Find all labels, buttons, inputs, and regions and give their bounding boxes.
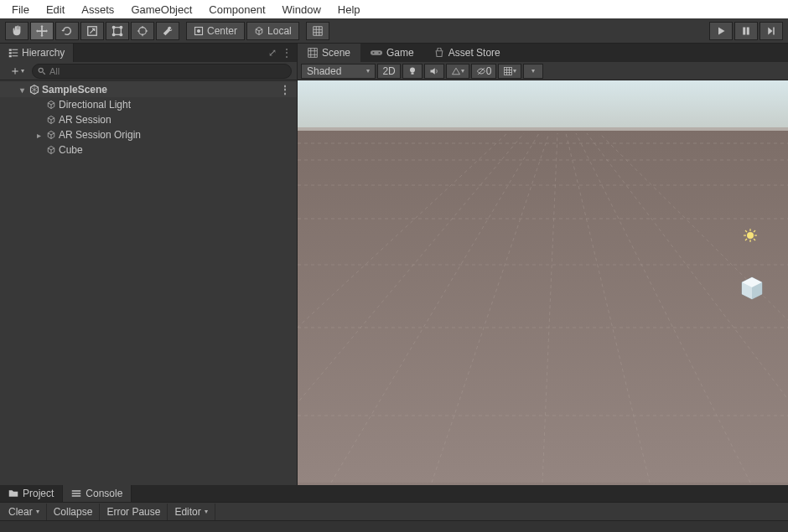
- project-tab[interactable]: Project: [0, 485, 63, 502]
- tree-item-directional-light[interactable]: Directional Light: [0, 97, 297, 112]
- tree-item-label: AR Session: [59, 114, 111, 126]
- svg-rect-17: [371, 50, 382, 55]
- console-toolbar: Clear▾ Collapse Error Pause Editor▾: [0, 502, 788, 520]
- tree-item-label: Cube: [59, 144, 83, 156]
- game-icon: [371, 49, 382, 57]
- svg-point-5: [120, 34, 122, 36]
- scene-node[interactable]: ▾ SampleScene ⋮: [0, 82, 297, 97]
- svg-rect-56: [72, 493, 81, 494]
- menu-assets[interactable]: Assets: [73, 1, 122, 18]
- menubar: File Edit Assets GameObject Component Wi…: [0, 0, 788, 18]
- center-icon: [194, 26, 204, 36]
- pause-icon: [741, 26, 751, 36]
- menu-gameobject[interactable]: GameObject: [122, 1, 200, 18]
- gameobject-icon: [45, 99, 57, 111]
- step-button[interactable]: [759, 22, 783, 40]
- hidden-objects-button[interactable]: 0: [471, 64, 497, 79]
- step-icon: [766, 26, 776, 36]
- project-tab-label: Project: [23, 488, 54, 499]
- viewport-canvas: [298, 80, 788, 483]
- statusbar: [0, 520, 788, 532]
- hierarchy-search[interactable]: [32, 64, 292, 79]
- svg-rect-55: [72, 490, 81, 492]
- toolbar: Center Local: [0, 18, 788, 44]
- hierarchy-tab-label: Hierarchy: [22, 47, 65, 59]
- asset-store-tab[interactable]: Asset Store: [424, 44, 511, 62]
- scene-viewport[interactable]: [298, 80, 788, 485]
- gameobject-icon: [45, 129, 57, 141]
- move-icon: [36, 25, 48, 37]
- camera-settings-button[interactable]: ▾: [523, 64, 543, 79]
- hierarchy-tab[interactable]: Hierarchy: [0, 44, 74, 62]
- svg-rect-57: [72, 495, 81, 497]
- rotate-tool-button[interactable]: [55, 22, 79, 40]
- rect-tool-button[interactable]: [106, 22, 129, 40]
- lighting-toggle[interactable]: [402, 64, 423, 79]
- tools-icon: [162, 25, 174, 37]
- hand-tool-button[interactable]: [5, 22, 29, 40]
- scale-tool-button[interactable]: [80, 22, 104, 40]
- play-button[interactable]: [709, 22, 733, 40]
- menu-edit[interactable]: Edit: [38, 1, 73, 18]
- gameobject-icon: [45, 144, 57, 156]
- pivot-local-label: Local: [267, 25, 292, 37]
- add-gameobject-button[interactable]: ＋▾: [5, 64, 29, 79]
- svg-point-15: [39, 68, 43, 72]
- error-pause-button[interactable]: Error Pause: [100, 504, 168, 520]
- hierarchy-panel: Hierarchy ⤢ ⋮ ＋▾ ▾ SampleScene: [0, 44, 298, 485]
- editor-dropdown[interactable]: Editor▾: [168, 504, 215, 520]
- svg-rect-21: [411, 72, 413, 74]
- move-tool-button[interactable]: [30, 22, 54, 40]
- snap-button[interactable]: [306, 22, 329, 40]
- pivot-center-button[interactable]: Center: [186, 22, 245, 40]
- svg-point-20: [410, 67, 415, 72]
- transform-tool-button[interactable]: [131, 22, 154, 40]
- tree-item-ar-session-origin[interactable]: ▸ AR Session Origin: [0, 127, 297, 142]
- custom-tool-button[interactable]: [156, 22, 179, 40]
- collapse-button[interactable]: Collapse: [47, 504, 101, 520]
- grid-snap-icon: [312, 25, 324, 37]
- menu-file[interactable]: File: [3, 1, 38, 18]
- svg-rect-25: [298, 131, 788, 483]
- foldout-icon[interactable]: ▸: [34, 131, 44, 140]
- game-tab-label: Game: [386, 47, 414, 59]
- scene-label: SampleScene: [42, 84, 107, 96]
- hierarchy-icon: [8, 48, 18, 58]
- scene-menu-icon[interactable]: ⋮: [280, 84, 297, 96]
- error-pause-label: Error Pause: [106, 506, 160, 518]
- tree-item-label: AR Session Origin: [59, 129, 141, 141]
- svg-rect-23: [298, 80, 788, 131]
- clear-label: Clear: [8, 506, 33, 518]
- audio-icon: [429, 66, 439, 76]
- foldout-icon[interactable]: ▾: [17, 85, 27, 95]
- pause-button[interactable]: [734, 22, 758, 40]
- mode-2d-button[interactable]: 2D: [377, 64, 400, 79]
- panel-menu-icon[interactable]: ⋮: [282, 47, 292, 59]
- svg-point-6: [139, 27, 147, 34]
- pivot-local-button[interactable]: Local: [246, 22, 299, 40]
- gizmos-icon: [503, 66, 513, 76]
- effects-dropdown[interactable]: ▾: [446, 64, 469, 79]
- menu-window[interactable]: Window: [274, 1, 329, 18]
- console-tab[interactable]: Console: [63, 485, 132, 502]
- svg-point-4: [112, 34, 115, 36]
- gizmos-dropdown[interactable]: ▾: [498, 64, 521, 79]
- scene-tab[interactable]: Scene: [298, 44, 360, 62]
- chevron-down-icon: ▾: [366, 67, 370, 75]
- tree-item-cube[interactable]: Cube: [0, 142, 297, 158]
- play-icon: [716, 26, 726, 36]
- clear-button[interactable]: Clear▾: [2, 504, 47, 520]
- game-tab[interactable]: Game: [360, 44, 424, 62]
- menu-help[interactable]: Help: [329, 1, 369, 18]
- menu-component[interactable]: Component: [200, 1, 273, 18]
- transform-icon: [137, 25, 148, 37]
- hierarchy-search-input[interactable]: [49, 66, 286, 76]
- rect-icon: [111, 25, 123, 37]
- popout-icon[interactable]: ⤢: [268, 47, 277, 59]
- tree-item-ar-session[interactable]: AR Session: [0, 112, 297, 127]
- svg-point-18: [372, 52, 374, 54]
- audio-toggle[interactable]: [424, 64, 444, 79]
- tree-item-label: Directional Light: [59, 99, 131, 111]
- pivot-center-label: Center: [207, 25, 237, 37]
- shading-mode-dropdown[interactable]: Shaded ▾: [301, 64, 376, 79]
